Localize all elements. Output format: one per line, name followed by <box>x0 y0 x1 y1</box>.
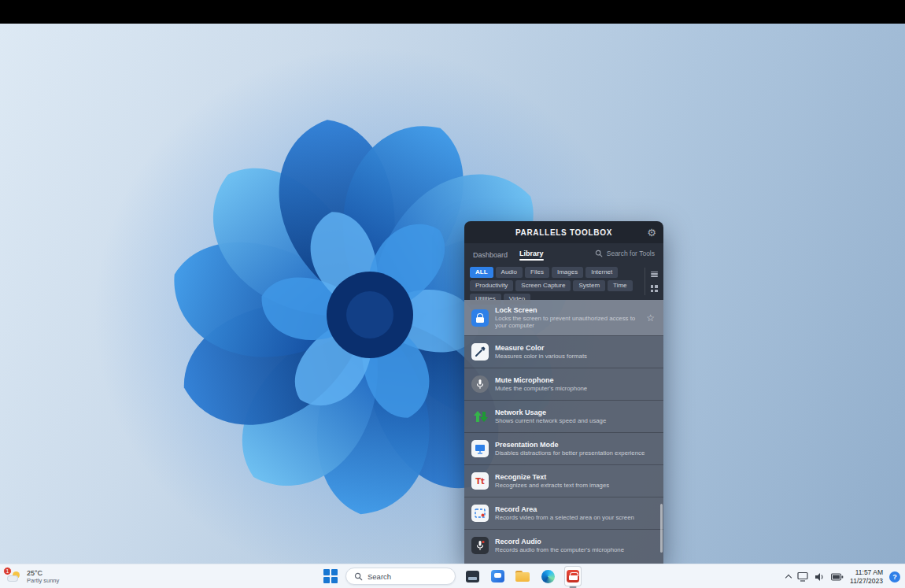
favorite-star-icon[interactable]: ☆ <box>645 312 656 324</box>
list-view-icon[interactable] <box>651 270 658 278</box>
notification-badge: 1 <box>3 567 12 575</box>
search-icon <box>354 572 363 581</box>
tool-name: Presentation Mode <box>495 441 656 449</box>
tool-row-record-audio[interactable]: Record Audio Records audio from the comp… <box>464 529 663 561</box>
filter-chip-productivity[interactable]: Productivity <box>470 280 513 291</box>
start-button[interactable] <box>323 569 338 583</box>
app-window-icon[interactable] <box>464 566 481 586</box>
parallels-toolbox-taskbar-icon[interactable] <box>564 566 582 586</box>
filter-chip-audio[interactable]: Audio <box>496 267 523 278</box>
help-badge[interactable]: ? <box>889 571 900 582</box>
microphone-icon <box>471 375 489 393</box>
clock-time: 11:57 AM <box>850 568 883 577</box>
tool-description: Locks the screen to prevent unauthorized… <box>495 315 638 330</box>
tool-row-record-area[interactable]: Record Area Records video from a selecte… <box>464 497 663 529</box>
tool-row-recognize-text[interactable]: Tt Recognize Text Recognizes and extract… <box>464 464 663 497</box>
tool-description: Disables distractions for better present… <box>495 449 656 457</box>
record-audio-icon <box>471 537 489 554</box>
filter-chip-time[interactable]: Time <box>608 280 632 291</box>
tool-name: Recognize Text <box>495 473 656 482</box>
tab-bar: Dashboard Library Search for Tools <box>464 243 663 263</box>
taskbar-center: Search <box>323 564 582 588</box>
tool-row-network-usage[interactable]: Network Usage Shows current network spee… <box>464 400 663 432</box>
eyedropper-icon <box>471 343 489 361</box>
tools-search-input[interactable]: Search for Tools <box>595 250 655 257</box>
desktop-wallpaper <box>0 24 905 564</box>
filter-chip-system[interactable]: System <box>573 280 605 291</box>
edge-browser-icon[interactable] <box>539 566 556 586</box>
display-tray-icon[interactable] <box>797 571 808 582</box>
tool-row-presentation-mode[interactable]: Presentation Mode Disables distractions … <box>464 432 663 464</box>
chat-icon[interactable] <box>489 566 506 586</box>
tab-library[interactable]: Library <box>519 246 544 261</box>
tool-list: Lock Screen Locks the screen to prevent … <box>464 300 663 564</box>
volume-tray-icon[interactable] <box>814 572 825 582</box>
scrollbar-thumb[interactable] <box>660 504 663 553</box>
parallels-toolbox-window: PARALLELS TOOLBOX ⚙ Dashboard Library Se… <box>464 221 663 564</box>
tray-expand-chevron-icon[interactable] <box>785 575 792 581</box>
tool-row-lock-screen[interactable]: Lock Screen Locks the screen to prevent … <box>464 300 663 335</box>
tool-name: Network Usage <box>495 409 656 417</box>
tool-name: Record Audio <box>495 538 656 546</box>
filter-chip-images[interactable]: Images <box>552 267 583 278</box>
grid-view-icon[interactable] <box>651 285 658 292</box>
tool-row-mute-microphone[interactable]: Mute Microphone Mutes the computer's mic… <box>464 368 663 400</box>
record-area-icon <box>471 505 489 522</box>
battery-tray-icon[interactable] <box>831 572 844 582</box>
filter-chip-all[interactable]: ALL <box>470 267 493 278</box>
network-arrows-icon <box>471 408 489 425</box>
window-titlebar[interactable]: PARALLELS TOOLBOX ⚙ <box>464 221 663 243</box>
tool-row-measure-color[interactable]: Measure Color Measures color in various … <box>464 335 663 368</box>
tool-description: Records video from a selected area on yo… <box>495 514 656 521</box>
tool-description: Measures color in various formats <box>495 353 656 360</box>
search-icon <box>595 250 603 257</box>
window-title: PARALLELS TOOLBOX <box>515 228 612 237</box>
bloom-wallpaper-art <box>0 24 905 564</box>
lock-icon <box>471 309 489 327</box>
search-label: Search <box>368 572 391 581</box>
filter-chip-files[interactable]: Files <box>525 267 549 278</box>
tool-description: Shows current network speed and usage <box>495 417 656 424</box>
settings-gear-icon[interactable]: ⚙ <box>647 227 656 238</box>
tab-dashboard[interactable]: Dashboard <box>473 248 508 259</box>
tool-name: Lock Screen <box>495 306 638 315</box>
taskbar: 1 25°C Partly sunny Search <box>0 564 905 588</box>
system-tray: 11:57 AM 11/27/2023 ? <box>786 564 900 588</box>
weather-widget[interactable]: 1 25°C Partly sunny <box>6 564 59 588</box>
search-placeholder: Search for Tools <box>607 250 655 257</box>
presentation-icon <box>471 440 489 457</box>
tool-name: Measure Color <box>495 344 656 353</box>
filter-chip-screen-capture[interactable]: Screen Capture <box>515 280 571 291</box>
tool-name: Mute Microphone <box>495 376 656 385</box>
file-explorer-icon[interactable] <box>514 566 531 586</box>
tool-description: Mutes the computer's microphone <box>495 385 656 392</box>
tool-name: Record Area <box>495 505 656 514</box>
taskbar-clock[interactable]: 11:57 AM 11/27/2023 <box>850 568 883 585</box>
weather-temp: 25°C <box>27 569 59 578</box>
clock-date: 11/27/2023 <box>850 577 883 586</box>
taskbar-search-box[interactable]: Search <box>345 568 456 585</box>
filter-chip-internet[interactable]: Internet <box>585 267 618 278</box>
screen: PARALLELS TOOLBOX ⚙ Dashboard Library Se… <box>0 0 905 588</box>
recognize-text-icon: Tt <box>471 472 489 490</box>
weather-condition: Partly sunny <box>27 577 59 584</box>
tool-description: Records audio from the computer's microp… <box>495 546 656 553</box>
letterbox-top <box>0 0 905 24</box>
tool-description: Recognizes and extracts text from images <box>495 482 656 489</box>
weather-icon: 1 <box>6 570 22 584</box>
category-filter-bar: ALL Audio Files Images Internet Producti… <box>464 263 663 300</box>
